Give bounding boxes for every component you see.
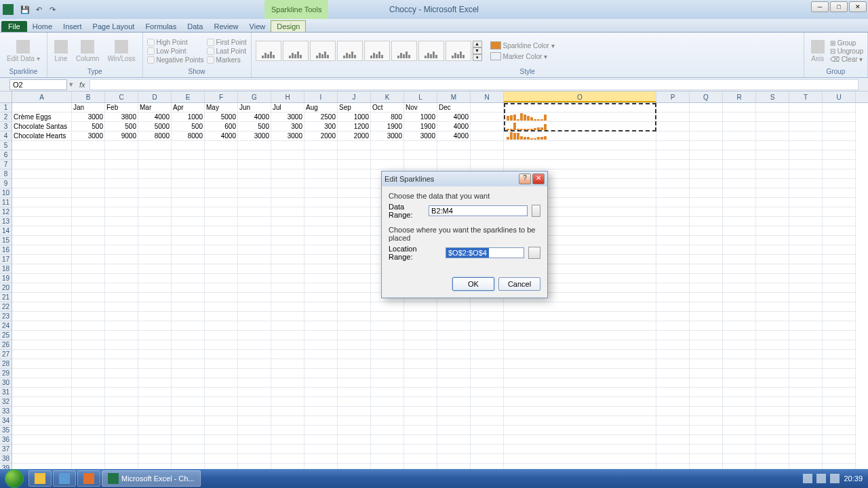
low-point-checkbox[interactable]: Low Point bbox=[147, 47, 204, 55]
qat-undo-icon[interactable]: ↶ bbox=[33, 3, 45, 16]
tray-flag-icon[interactable] bbox=[803, 474, 812, 483]
row-header-2[interactable]: 2 bbox=[0, 113, 12, 122]
row-header-32[interactable]: 32 bbox=[0, 397, 12, 407]
qat-save-icon[interactable]: 💾 bbox=[19, 3, 31, 16]
dialog-help-button[interactable]: ? bbox=[519, 174, 531, 184]
formula-input[interactable] bbox=[90, 79, 859, 90]
col-header-R[interactable]: R bbox=[723, 92, 756, 102]
row-header-17[interactable]: 17 bbox=[0, 255, 12, 264]
row-header-25[interactable]: 25 bbox=[0, 331, 12, 340]
row-header-1[interactable]: 1 bbox=[0, 103, 12, 113]
marker-color-button[interactable]: Marker Color ▾ bbox=[490, 52, 555, 61]
row-header-10[interactable]: 10 bbox=[0, 188, 12, 198]
markers-checkbox[interactable]: Markers bbox=[207, 56, 247, 64]
row-header-24[interactable]: 24 bbox=[0, 321, 12, 331]
edit-data-button[interactable]: Edit Data ▾ bbox=[4, 39, 43, 64]
col-header-L[interactable]: L bbox=[404, 92, 437, 102]
row-header-19[interactable]: 19 bbox=[0, 274, 12, 283]
row-header-35[interactable]: 35 bbox=[0, 426, 12, 435]
row-header-8[interactable]: 8 bbox=[0, 169, 12, 179]
col-header-G[interactable]: G bbox=[238, 92, 271, 102]
clear-button[interactable]: ⌫Clear ▾ bbox=[830, 56, 863, 63]
row-header-6[interactable]: 6 bbox=[0, 150, 12, 160]
first-point-checkbox[interactable]: First Point bbox=[207, 39, 247, 46]
axis-button[interactable]: Axis bbox=[808, 39, 827, 64]
col-header-A[interactable]: A bbox=[12, 92, 72, 102]
col-header-I[interactable]: I bbox=[304, 92, 338, 102]
row-header-20[interactable]: 20 bbox=[0, 283, 12, 293]
gallery-down-button[interactable]: ▼ bbox=[473, 47, 482, 54]
row-header-15[interactable]: 15 bbox=[0, 236, 12, 245]
tab-data[interactable]: Data bbox=[182, 21, 208, 32]
row-header-29[interactable]: 29 bbox=[0, 369, 12, 378]
cancel-button[interactable]: Cancel bbox=[498, 277, 540, 291]
tab-review[interactable]: Review bbox=[208, 21, 243, 32]
row-header-4[interactable]: 4 bbox=[0, 131, 12, 141]
minimize-button[interactable]: ─ bbox=[811, 1, 829, 12]
row-header-33[interactable]: 33 bbox=[0, 407, 12, 416]
row-header-34[interactable]: 34 bbox=[0, 416, 12, 426]
row-header-11[interactable]: 11 bbox=[0, 198, 12, 207]
location-range-selector-button[interactable] bbox=[528, 247, 540, 259]
col-header-F[interactable]: F bbox=[205, 92, 238, 102]
col-header-T[interactable]: T bbox=[789, 92, 823, 102]
row-header-12[interactable]: 12 bbox=[0, 207, 12, 217]
ok-button[interactable]: OK bbox=[452, 277, 494, 291]
tray-volume-icon[interactable] bbox=[830, 474, 840, 483]
high-point-checkbox[interactable]: High Point bbox=[147, 39, 204, 46]
tab-page-layout[interactable]: Page Layout bbox=[87, 21, 140, 32]
row-header-37[interactable]: 37 bbox=[0, 445, 12, 454]
row-header-16[interactable]: 16 bbox=[0, 245, 12, 255]
select-all-corner[interactable] bbox=[0, 92, 12, 103]
maximize-button[interactable]: □ bbox=[830, 1, 848, 12]
row-header-18[interactable]: 18 bbox=[0, 264, 12, 274]
close-button[interactable]: ✕ bbox=[849, 1, 867, 12]
gallery-up-button[interactable]: ▲ bbox=[473, 41, 482, 47]
col-header-B[interactable]: B bbox=[72, 92, 105, 102]
col-header-E[interactable]: E bbox=[172, 92, 205, 102]
col-header-N[interactable]: N bbox=[471, 92, 504, 102]
taskbar-excel[interactable]: Microsoft Excel - Ch... bbox=[102, 470, 201, 487]
taskbar-item-3[interactable] bbox=[77, 470, 100, 487]
col-header-O[interactable]: O bbox=[504, 92, 656, 102]
row-header-9[interactable]: 9 bbox=[0, 179, 12, 188]
tab-formulas[interactable]: Formulas bbox=[140, 21, 182, 32]
col-header-Q[interactable]: Q bbox=[690, 92, 723, 102]
name-box[interactable]: O2 bbox=[9, 79, 67, 90]
type-line-button[interactable]: Line bbox=[52, 39, 71, 64]
row-header-27[interactable]: 27 bbox=[0, 350, 12, 359]
row-header-38[interactable]: 38 bbox=[0, 454, 12, 464]
taskbar-explorer[interactable] bbox=[28, 470, 52, 487]
row-header-5[interactable]: 5 bbox=[0, 141, 12, 150]
row-header-14[interactable]: 14 bbox=[0, 226, 12, 236]
ungroup-button[interactable]: ⊟Ungroup bbox=[830, 47, 863, 55]
tray-clock[interactable]: 20:39 bbox=[844, 474, 863, 483]
taskbar-item-2[interactable] bbox=[53, 470, 76, 487]
type-winloss-button[interactable]: Win/Loss bbox=[104, 39, 138, 64]
qat-redo-icon[interactable]: ↷ bbox=[46, 3, 58, 16]
row-header-23[interactable]: 23 bbox=[0, 312, 12, 321]
fx-icon[interactable]: fx bbox=[75, 81, 90, 89]
row-header-26[interactable]: 26 bbox=[0, 340, 12, 350]
location-range-input[interactable]: $O$2:$O$4 bbox=[446, 248, 489, 258]
row-header-31[interactable]: 31 bbox=[0, 388, 12, 397]
col-header-U[interactable]: U bbox=[823, 92, 856, 102]
tray-network-icon[interactable] bbox=[816, 474, 826, 483]
col-header-K[interactable]: K bbox=[371, 92, 404, 102]
style-gallery[interactable]: ▲ ▼ ▾ bbox=[256, 41, 482, 61]
tab-design[interactable]: Design bbox=[271, 20, 306, 32]
type-column-button[interactable]: Column bbox=[73, 39, 102, 64]
data-range-input[interactable] bbox=[429, 205, 528, 216]
tab-view[interactable]: View bbox=[244, 21, 271, 32]
col-header-P[interactable]: P bbox=[656, 92, 690, 102]
row-header-13[interactable]: 13 bbox=[0, 217, 12, 226]
row-header-30[interactable]: 30 bbox=[0, 378, 12, 388]
row-header-3[interactable]: 3 bbox=[0, 122, 12, 131]
col-header-J[interactable]: J bbox=[338, 92, 371, 102]
row-header-36[interactable]: 36 bbox=[0, 435, 12, 445]
neg-points-checkbox[interactable]: Negative Points bbox=[147, 56, 204, 64]
col-header-D[interactable]: D bbox=[138, 92, 172, 102]
col-header-H[interactable]: H bbox=[271, 92, 304, 102]
file-tab[interactable]: File bbox=[1, 21, 27, 32]
data-range-selector-button[interactable] bbox=[532, 205, 540, 217]
